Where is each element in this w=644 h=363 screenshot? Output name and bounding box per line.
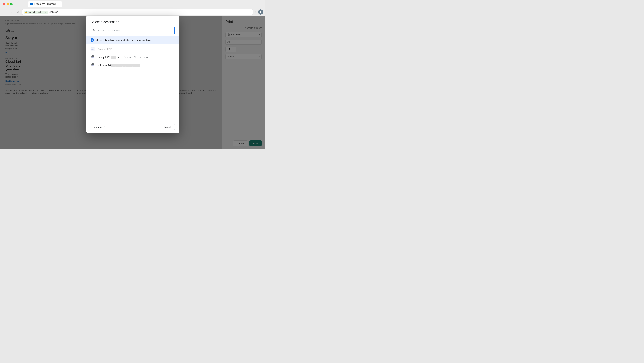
title-bar: Explore the Enhanced × + (0, 0, 265, 8)
dest-hp-label: HP LaserJet████████████████████ (98, 64, 140, 66)
pdf-icon: PDF (90, 47, 95, 51)
destination-hp-laserjet[interactable]: HP LaserJet████████████████████ (86, 61, 179, 69)
security-internal-label: Internal (28, 11, 35, 13)
tab-title: Explore the Enhanced (34, 3, 56, 5)
security-badge: 🔒 Internal | Restrictions (24, 10, 48, 14)
back-button[interactable]: ‹ (2, 9, 7, 14)
svg-point-15 (94, 65, 94, 65)
svg-rect-13 (92, 65, 94, 66)
svg-text:PDF: PDF (92, 49, 94, 50)
tab-favicon (30, 3, 32, 5)
address-bar[interactable]: 🔒 Internal | Restrictions citrix.com (22, 9, 253, 14)
external-link-icon: ↗ (103, 126, 105, 128)
close-window-button[interactable] (3, 3, 5, 5)
new-tab-button[interactable]: + (64, 1, 70, 6)
forward-button[interactable]: › (9, 9, 14, 14)
dialog-title: Select a destination (86, 16, 179, 27)
destination-list: PDF Save as PDF banpprint01████net Gener… (86, 44, 179, 70)
bookmark-button[interactable]: ☆ (254, 10, 256, 13)
dest-banpprint-label: banpprint01████net (98, 56, 120, 58)
search-wrapper (90, 27, 175, 34)
select-destination-dialog: Select a destination i Some options have… (86, 16, 179, 133)
printer-hp-icon (90, 63, 95, 67)
info-banner: i Some options have been restricted by y… (86, 36, 179, 44)
destination-save-pdf[interactable]: PDF Save as PDF (86, 45, 179, 53)
lock-icon: 🔒 (25, 11, 27, 13)
reload-button[interactable]: ↺ (15, 9, 20, 14)
svg-line-5 (95, 30, 96, 31)
svg-point-11 (94, 57, 94, 57)
tab-close-button[interactable]: × (57, 2, 60, 5)
cancel-dialog-button[interactable]: Cancel (160, 124, 175, 130)
profile-button[interactable] (258, 9, 263, 14)
minimize-window-button[interactable] (6, 3, 9, 5)
navigation-bar: ‹ › ↺ 🔒 Internal | Restrictions citrix.c… (0, 8, 265, 16)
traffic-lights (3, 3, 12, 5)
maximize-window-button[interactable] (10, 3, 12, 5)
search-destinations-input[interactable] (98, 29, 172, 32)
address-url: citrix.com (50, 11, 59, 13)
browser-tab[interactable]: Explore the Enhanced × (28, 1, 62, 7)
printer-dest-icon (90, 55, 95, 59)
dest-save-pdf-label: Save as PDF (98, 48, 112, 50)
manage-button[interactable]: Manage ↗ (90, 124, 108, 130)
info-icon: i (90, 38, 94, 42)
profile-icon (259, 11, 262, 13)
info-banner-text: Some options have been restricted by you… (96, 39, 151, 41)
security-restrictions-label: Restrictions (37, 11, 47, 13)
dest-banpprint-desc: Generic PCL Laser Printer (124, 56, 149, 58)
svg-rect-9 (92, 57, 94, 58)
dialog-search-area (86, 27, 179, 36)
search-icon (93, 29, 96, 32)
destination-banpprint01[interactable]: banpprint01████net Generic PCL Laser Pri… (86, 53, 179, 61)
dialog-footer: Manage ↗ Cancel (86, 121, 179, 133)
